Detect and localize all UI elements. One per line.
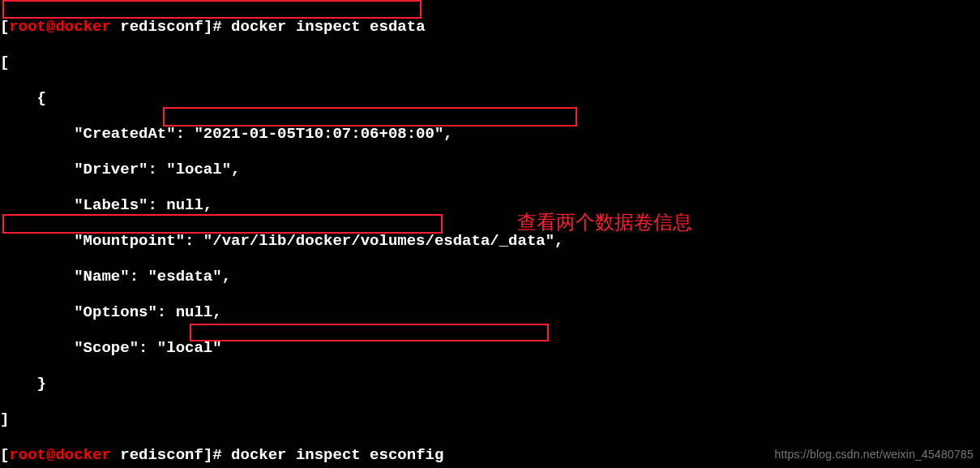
prompt-space <box>111 18 120 36</box>
watermark: https://blog.csdn.net/weixin_45480785 <box>774 445 974 463</box>
output-line: ] <box>0 410 980 428</box>
prompt-host: docker <box>55 18 110 36</box>
output-line-mountpoint-1: "Mountpoint": "/var/lib/docker/volumes/e… <box>0 232 980 250</box>
output-line: } <box>0 375 980 393</box>
prompt-space <box>111 446 120 464</box>
output-line: "Name": "esdata", <box>0 268 980 286</box>
output-line: "CreatedAt": "2021-01-05T10:07:06+08:00"… <box>0 125 980 143</box>
command-1: docker inspect esdata <box>231 18 425 36</box>
output-line: "Labels": null, <box>0 196 980 214</box>
prompt-at: @ <box>46 18 55 36</box>
prompt-open-bracket: [ <box>0 446 9 464</box>
prompt-user: root <box>9 446 46 464</box>
prompt-user: root <box>9 18 46 36</box>
command-2: docker inspect esconfig <box>231 446 443 464</box>
prompt-hash: # <box>212 18 231 36</box>
prompt-at: @ <box>46 446 55 464</box>
prompt-close-bracket: ] <box>203 446 212 464</box>
prompt-hash: # <box>212 446 231 464</box>
output-line: "Driver": "local", <box>0 161 980 178</box>
prompt-close-bracket: ] <box>203 18 212 36</box>
output-line: { <box>0 89 980 107</box>
prompt-host: docker <box>55 446 110 464</box>
output-line: "Options": null, <box>0 303 980 321</box>
mp1-b: ": "/var/lib/docker/volumes/esdata/_data… <box>176 232 564 250</box>
prompt-line-1: [root@docker redisconf]# docker inspect … <box>0 18 980 36</box>
prompt-open-bracket: [ <box>0 18 9 36</box>
output-line: [ <box>0 54 980 71</box>
terminal[interactable]: [root@docker redisconf]# docker inspect … <box>0 0 980 468</box>
prompt-path: redisconf <box>120 18 203 36</box>
mp1-a: "Mountpoint <box>0 232 176 250</box>
output-line: "Scope": "local" <box>0 339 980 357</box>
prompt-path: redisconf <box>120 446 203 464</box>
